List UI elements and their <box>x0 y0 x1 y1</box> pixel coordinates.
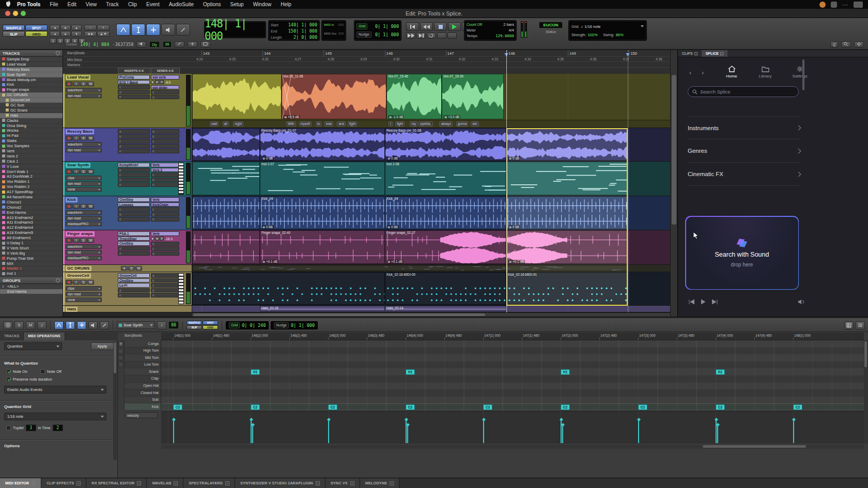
track-view-selector[interactable]: waveform <box>66 142 102 147</box>
sidebar-track-a17-speedrap[interactable]: A17 SpeedRap <box>0 190 63 195</box>
track-name[interactable]: GC DRUMS <box>66 266 91 271</box>
midi-note-snare[interactable]: F2 <box>716 369 725 375</box>
delay-compensation-button[interactable]: Dly <box>149 41 159 48</box>
sidebar-track-pump-that-shit[interactable]: Pump That Shit <box>0 256 63 261</box>
events-selector[interactable]: Elastic Audio Events <box>4 386 106 393</box>
track-s-button[interactable]: S <box>128 266 135 271</box>
drum-row-snare[interactable]: Snare <box>125 368 161 375</box>
clip-gain-badge[interactable]: ⊕ 0 dB <box>261 156 274 160</box>
track-lane-reecey-bass[interactable]: Reecey Bass-cm_01-07⊕ 0 dBReecey Bass-cm… <box>192 128 670 162</box>
send-slot[interactable]: e <box>151 217 179 222</box>
selection-end-value[interactable]: 150| 1| 000 <box>288 28 317 34</box>
midi-note-kick[interactable]: C2 <box>561 404 570 410</box>
play-sample-button[interactable] <box>701 299 706 306</box>
back-arrow-icon[interactable]: ‹ <box>689 69 691 76</box>
velocity-lane[interactable] <box>161 411 864 444</box>
menu-view[interactable]: View <box>81 2 102 7</box>
speaker-icon[interactable] <box>136 41 146 48</box>
send-slot[interactable]: c <box>151 139 179 144</box>
track-header-gc-drums[interactable]: GC DRUMS▾SM <box>63 265 192 272</box>
return-to-zero-button[interactable] <box>406 22 419 31</box>
tab-tracks[interactable]: TRACKS <box>0 333 24 340</box>
lyric-chip[interactable]: With <box>286 121 296 127</box>
close-icon[interactable]: × <box>174 481 178 485</box>
window-title-bar[interactable]: Edit: Pro Tools x Splice. <box>0 9 868 18</box>
menu-clip[interactable]: Clip <box>123 2 142 7</box>
grid-value[interactable]: 0| 1| 000 <box>375 24 399 29</box>
send-pan-button[interactable]: P <box>160 237 164 241</box>
send-slot[interactable]: c <box>151 90 179 95</box>
sidebar-track-master-1[interactable]: Master 1 <box>0 266 63 272</box>
automation-mode-selector[interactable]: dyn read <box>66 250 102 255</box>
close-icon[interactable]: × <box>137 481 141 485</box>
sidebar-track-wocka[interactable]: Wocka <box>0 128 63 133</box>
clip-gain-badge[interactable]: ⊕ +5.5 dB <box>283 115 300 119</box>
midi-note-kick[interactable]: C2 <box>328 404 337 410</box>
drum-row-mid-tom[interactable]: Mid Tom <box>125 354 161 361</box>
send-slot[interactable]: d <box>151 144 179 149</box>
count-off-value[interactable]: 2 bars <box>503 22 514 27</box>
splice-category-instruments[interactable]: Instruments <box>688 116 800 139</box>
velocity-stem[interactable] <box>562 424 563 443</box>
send-knob[interactable] <box>151 237 154 241</box>
pencil-icon[interactable] <box>175 41 184 48</box>
sidebar-track-end-harms[interactable]: End Harms <box>0 210 63 215</box>
clip-gain-badge[interactable]: ⊕ +0.1 dB <box>508 260 525 263</box>
audio-clip[interactable] <box>192 230 260 264</box>
track-m-button[interactable]: M <box>87 82 94 86</box>
velocity-stem[interactable] <box>328 419 329 443</box>
midi-note-kick[interactable]: C2 <box>716 404 725 410</box>
send-mute-button[interactable]: M <box>155 237 159 241</box>
elastic-audio-selector[interactable]: elastiquePRO <box>66 222 102 226</box>
insert-slot[interactable]: e <box>118 149 150 153</box>
track-lane-hats[interactable]: Hats_02-18Hats_02-14 <box>192 306 670 312</box>
midi-editor-menu-icon[interactable] <box>856 321 865 329</box>
insert-slot[interactable]: d <box>118 288 150 293</box>
send-slot[interactable]: e <box>151 149 179 153</box>
sidebar-track-inst-1[interactable]: Inst 1 <box>0 271 63 276</box>
vertical-scrollbar[interactable] <box>670 50 677 317</box>
sidebar-track-gc-snare[interactable]: GC Snare <box>0 108 63 113</box>
track-s-button[interactable]: S <box>80 280 87 285</box>
sidebar-track-vox-riddim-2[interactable]: Vox Riddim 2 <box>0 184 63 190</box>
track-s-button[interactable]: S <box>80 136 87 140</box>
menu-pro-tools[interactable]: Pro Tools <box>12 2 45 7</box>
send-slot[interactable]: vox verb <box>151 75 179 80</box>
velocity-stem[interactable] <box>173 419 174 443</box>
audio-clip[interactable]: Vox.07_15-46⊕ -1.0 dB <box>386 74 442 119</box>
velocity-stem[interactable] <box>717 424 718 443</box>
apple-menu-icon[interactable] <box>5 1 11 8</box>
grabber-tool-button[interactable] <box>146 24 160 36</box>
midi-grabber-tool-button[interactable] <box>77 321 86 329</box>
midi-nudge-button[interactable]: Nudge <box>274 322 289 328</box>
timeline-insertion-toggle-icon[interactable] <box>200 41 210 48</box>
sidebar-track-a10-endharm2[interactable]: A10 EndHarm2 <box>0 215 63 221</box>
track-i-button[interactable]: I <box>73 82 80 86</box>
screen-record-icon[interactable] <box>819 2 826 8</box>
lyric-chip[interactable]: to <box>316 121 321 127</box>
sidebar-track-hi-pad[interactable]: Hi Pad <box>0 133 63 138</box>
drum-row-low-tom[interactable]: Low Tom <box>125 361 161 369</box>
sidebar-track-a3-dontwalk-2[interactable]: A3 DontWalk 2 <box>0 174 63 179</box>
lyric-chip[interactable]: my <box>410 121 417 127</box>
automation-mode-selector[interactable]: dyn read <box>66 216 102 221</box>
track-m-button[interactable]: M <box>87 169 94 174</box>
fast-forward-button[interactable] <box>406 33 415 39</box>
midi-note-kick[interactable]: C2 <box>483 404 492 410</box>
checkbox-icon[interactable] <box>6 377 11 382</box>
track-m-button[interactable]: M <box>87 280 94 285</box>
audio-clip[interactable]: Kick_04⊕ 0 dB <box>385 196 506 229</box>
velocity-lane-selector[interactable]: velocity <box>125 412 158 418</box>
midi-note-snare[interactable]: F2 <box>406 369 415 375</box>
sidebar-track-sample-drop[interactable]: Sample Drop <box>0 57 63 62</box>
send-slot[interactable]: a <box>151 129 179 134</box>
lyric-chip[interactable]: night <box>233 121 243 127</box>
nudge-value[interactable]: 0| 1| 000 <box>375 32 399 37</box>
horizontal-scrollbar[interactable] <box>192 312 670 317</box>
track-header-soar-synth[interactable]: Soar SynthISMclipsdyn readnoneKompltKntr… <box>63 162 192 196</box>
automation-mode-selector[interactable]: dyn read <box>66 93 102 98</box>
sidebar-track-v-love[interactable]: V Love <box>0 164 63 169</box>
drum-row-closed-hat[interactable]: Closed Hat <box>125 389 161 397</box>
insert-slot[interactable]: b <box>118 134 150 139</box>
track-lane-finger-snaps[interactable]: Finger snaps_02-40⊕ +0.1 dBFinger snaps_… <box>192 230 670 265</box>
